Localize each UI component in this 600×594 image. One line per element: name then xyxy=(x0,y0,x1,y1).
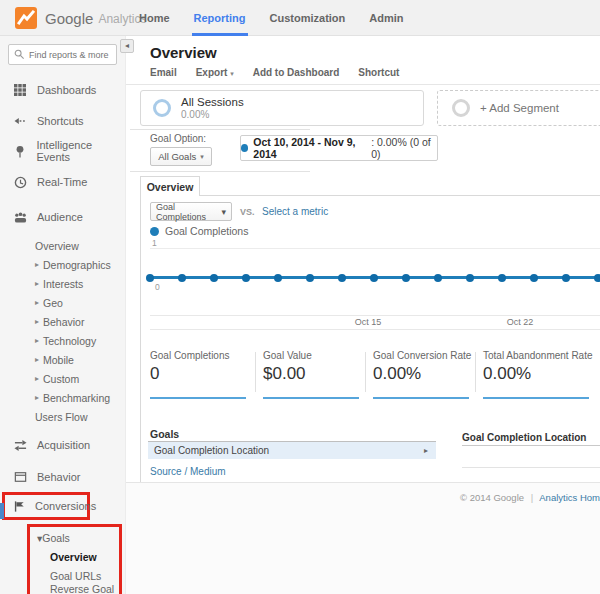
search-input[interactable] xyxy=(29,50,117,60)
report-actions-toolbar: Email Export ▾ Add to Dashboard Shortcut xyxy=(150,67,399,78)
sidebar-item-geo[interactable]: ▸Geo xyxy=(0,293,125,312)
sidebar-item-users-flow[interactable]: Users Flow xyxy=(0,407,125,426)
intelligence-pin-icon xyxy=(13,144,26,158)
chart-dots xyxy=(150,276,600,279)
nav-admin[interactable]: Admin xyxy=(357,0,415,36)
chart-point xyxy=(402,274,410,282)
footer: © 2014 Google | Analytics Home | Terms o… xyxy=(126,482,600,594)
sidebar-item-reverse-goal-path[interactable]: Reverse Goal Path xyxy=(30,585,119,594)
brand-text: Google xyxy=(45,10,93,27)
conversions-flag-icon xyxy=(13,499,25,513)
goal-option-dropdown[interactable]: All Goals ▾ xyxy=(150,147,212,166)
sidebar-item-mobile[interactable]: ▸Mobile xyxy=(0,350,125,369)
source-medium-link[interactable]: Source / Medium xyxy=(150,466,226,477)
caret-down-icon: ▾ xyxy=(230,70,234,78)
chevron-right-icon: ▸ xyxy=(35,374,39,383)
tab-overview[interactable]: Overview xyxy=(140,176,200,196)
toolbar-divider xyxy=(126,84,600,85)
segment-all-sessions[interactable]: All Sessions 0.00% xyxy=(140,90,424,126)
segment-ring-icon xyxy=(153,99,171,117)
x-axis-label: Oct 22 xyxy=(488,317,552,327)
nav-reporting[interactable]: Reporting xyxy=(182,0,258,36)
sidebar-item-behavior-sub[interactable]: ▸Behavior xyxy=(0,312,125,331)
section-divider xyxy=(130,129,310,130)
legend-label: Goal Completions xyxy=(165,225,248,237)
chart-point xyxy=(242,274,250,282)
annotation-box-conversions: Conversions xyxy=(2,492,90,520)
sidebar-item-goals-overview[interactable]: Overview xyxy=(30,547,119,566)
chevron-right-icon: ▸ xyxy=(424,446,428,455)
add-segment-ring-icon xyxy=(452,99,470,117)
email-button[interactable]: Email xyxy=(150,67,177,78)
chart-point xyxy=(274,274,282,282)
page-title: Overview xyxy=(150,44,217,61)
chart-point xyxy=(466,274,474,282)
scorecard-underline xyxy=(150,397,246,399)
sidebar-item-demographics[interactable]: ▸Demographics xyxy=(0,255,125,274)
report-search[interactable] xyxy=(8,44,117,65)
primary-nav: Home Reporting Customization Admin xyxy=(127,0,416,36)
scorecard-divider xyxy=(365,352,366,392)
segment-value: 0.00% xyxy=(181,109,244,120)
sidebar-item-audience[interactable]: Audience xyxy=(0,206,125,228)
scorecard-divider xyxy=(255,352,256,392)
analytics-home-link[interactable]: Analytics Home xyxy=(539,492,600,503)
sidebar-item-intelligence-events[interactable]: Intelligence Events xyxy=(0,140,125,162)
y-axis-tick: 1 xyxy=(152,238,157,248)
chevron-right-icon: ▸ xyxy=(35,298,39,307)
chart-point xyxy=(498,274,506,282)
date-range-stats: : 0.00% (0 of 0) xyxy=(371,136,437,160)
nav-home[interactable]: Home xyxy=(127,0,182,36)
sidebar-collapse-button[interactable]: ◂ xyxy=(120,39,134,53)
sidebar-item-conversions[interactable]: Conversions xyxy=(5,495,87,517)
caret-down-icon: ▾ xyxy=(221,207,226,217)
metric-selector-dropdown[interactable]: Goal Completions ▾ xyxy=(150,202,232,221)
chart-point xyxy=(306,274,314,282)
location-panel-divider xyxy=(462,467,600,468)
export-button[interactable]: Export ▾ xyxy=(196,67,234,78)
add-segment-button[interactable]: + Add Segment xyxy=(437,90,600,126)
chevron-right-icon: ▸ xyxy=(35,355,39,364)
sidebar-item-goals[interactable]: ▾ Goals xyxy=(30,529,119,547)
tabbar-divider xyxy=(140,195,600,196)
sidebar-item-interests[interactable]: ▸Interests xyxy=(0,274,125,293)
location-panel-title: Goal Completion Location xyxy=(462,432,586,443)
chart-point xyxy=(338,274,346,282)
sidebar-item-technology[interactable]: ▸Technology xyxy=(0,331,125,350)
main-content: Overview Email Export ▾ Add to Dashboard… xyxy=(126,36,600,594)
sidebar-item-benchmarking[interactable]: ▸Benchmarking xyxy=(0,388,125,407)
select-a-metric-link[interactable]: Select a metric xyxy=(262,206,328,217)
location-panel-divider xyxy=(462,445,600,446)
sidebar-item-audience-overview[interactable]: Overview xyxy=(0,236,125,255)
chevron-right-icon: ▸ xyxy=(35,260,39,269)
series-dot-icon xyxy=(241,144,248,152)
chart-legend: Goal Completions xyxy=(150,225,248,237)
add-to-dashboard-button[interactable]: Add to Dashboard xyxy=(253,67,340,78)
sidebar-item-behavior[interactable]: Behavior xyxy=(0,466,125,488)
explorer-panel-border xyxy=(140,196,141,482)
section-divider xyxy=(130,171,310,172)
goals-table-title: Goals xyxy=(150,428,179,440)
chart-point xyxy=(178,274,186,282)
audience-people-icon xyxy=(13,210,27,224)
shortcut-button[interactable]: Shortcut xyxy=(358,67,399,78)
active-section-indicator xyxy=(0,503,4,519)
goal-completion-location-row[interactable]: Goal Completion Location ▸ xyxy=(148,442,436,459)
search-icon xyxy=(14,48,25,62)
sidebar-item-acquisition[interactable]: Acquisition xyxy=(0,434,125,456)
x-axis-line xyxy=(150,329,600,330)
chart-point xyxy=(594,274,600,282)
top-header: Google Analytics Home Reporting Customiz… xyxy=(0,0,600,36)
sidebar-item-real-time[interactable]: Real-Time xyxy=(0,171,125,193)
sidebar-item-dashboards[interactable]: Dashboards xyxy=(0,79,125,101)
legend-dot-icon xyxy=(150,227,159,236)
date-range-text: Oct 10, 2014 - Nov 9, 2014 xyxy=(253,136,371,160)
sidebar-item-shortcuts[interactable]: Shortcuts xyxy=(0,110,125,132)
scorecard-underline xyxy=(373,397,469,399)
scorecard-underline xyxy=(263,397,359,399)
sidebar-item-custom[interactable]: ▸Custom xyxy=(0,369,125,388)
nav-customization[interactable]: Customization xyxy=(258,0,358,36)
shortcuts-arrow-icon xyxy=(13,114,27,128)
copyright-text: © 2014 Google xyxy=(460,492,524,503)
x-axis-label: Oct 15 xyxy=(336,317,400,327)
